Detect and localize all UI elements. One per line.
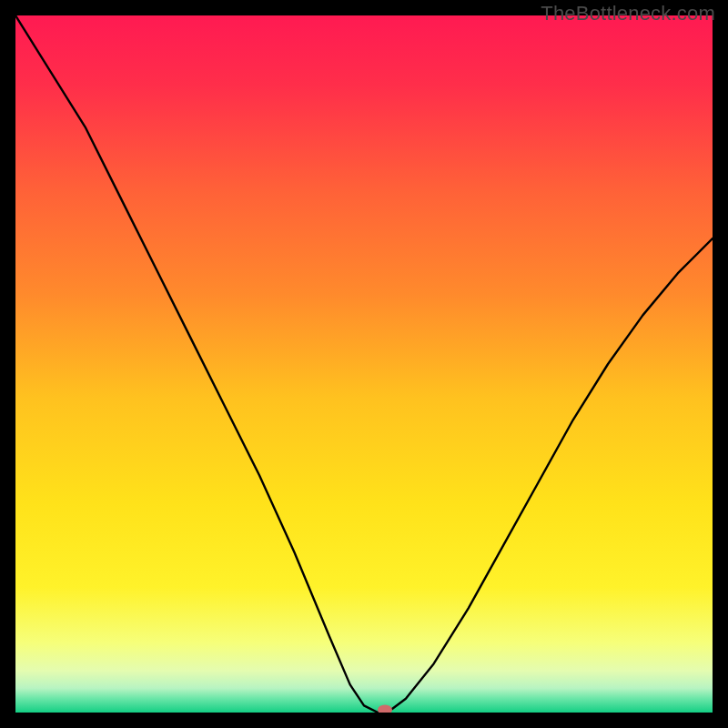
plot-area <box>15 15 713 713</box>
watermark-text: TheBottleneck.com <box>541 2 715 25</box>
chart-frame: TheBottleneck.com <box>0 0 728 728</box>
bottleneck-chart <box>15 15 713 713</box>
